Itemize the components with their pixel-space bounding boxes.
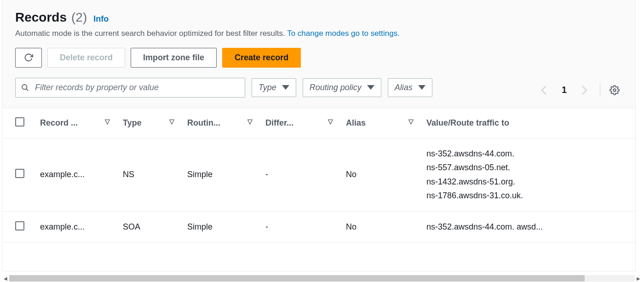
records-table: Record ... ▽ Type ▽ Routin... ▽ (2, 108, 635, 243)
settings-link[interactable]: To change modes go to settings. (287, 29, 400, 38)
caret-down-icon (367, 85, 374, 90)
table-wrap: Record ... ▽ Type ▽ Routin... ▽ (2, 108, 635, 243)
next-page-button (579, 82, 591, 97)
scroll-left-arrow[interactable]: ◀ (2, 276, 9, 281)
header-zone: Records (2) Info Automatic mode is the c… (2, 0, 635, 108)
table-row: example.c...SOASimple-Nons-352.awsdns-44… (2, 211, 635, 242)
refresh-icon (24, 53, 33, 62)
cell-alias: No (340, 138, 421, 211)
toolbar: Delete record Import zone file Create re… (15, 48, 622, 68)
type-filter-dropdown[interactable]: Type (252, 78, 296, 97)
records-count: (2) (71, 10, 87, 25)
cell-alias: No (340, 211, 421, 242)
create-record-button[interactable]: Create record (222, 48, 301, 68)
cell-differentiator: - (260, 138, 340, 211)
page-number: 1 (559, 83, 569, 97)
settings-button[interactable] (600, 82, 622, 97)
row-checkbox[interactable] (15, 221, 24, 230)
column-header-differentiator[interactable]: Differ... ▽ (260, 108, 340, 138)
horizontal-scrollbar[interactable]: ◀ ▶ (2, 275, 642, 282)
refresh-button[interactable] (15, 48, 42, 68)
cell-value: ns-352.awsdns-44.com.ns-557.awsdns-05.ne… (421, 138, 635, 211)
cell-type: SOA (117, 211, 182, 242)
table-row: example.c...NSSimple-Nons-352.awsdns-44.… (2, 138, 635, 211)
caret-down-icon (418, 85, 426, 90)
alias-filter-label: Alias (395, 83, 413, 92)
routing-policy-filter-dropdown[interactable]: Routing policy (303, 78, 381, 97)
page-title: Records (15, 10, 67, 25)
alias-filter-dropdown[interactable]: Alias (388, 78, 432, 97)
import-zone-file-button[interactable]: Import zone file (131, 48, 217, 68)
select-all-header[interactable] (2, 108, 34, 138)
pagination: 1 (538, 78, 622, 97)
column-header-routing[interactable]: Routin... ▽ (182, 108, 260, 138)
cell-routing: Simple (182, 138, 260, 211)
column-header-type[interactable]: Type ▽ (117, 108, 182, 138)
cell-type: NS (117, 138, 182, 211)
cell-record-name: example.c... (34, 211, 117, 242)
svg-point-2 (613, 89, 616, 92)
routing-filter-label: Routing policy (310, 83, 362, 92)
gear-icon (610, 85, 620, 95)
column-header-alias[interactable]: Alias ▽ (340, 108, 421, 138)
subtitle-text: Automatic mode is the current search beh… (15, 29, 287, 38)
caret-down-icon (282, 85, 289, 90)
filter-input[interactable] (15, 78, 245, 98)
filter-row: Type Routing policy Alias 1 (15, 78, 622, 98)
search-icon (21, 83, 29, 92)
column-header-record-name[interactable]: Record ... ▽ (34, 108, 117, 138)
cell-record-name: example.c... (34, 138, 117, 211)
svg-line-1 (26, 89, 28, 91)
scroll-track[interactable] (9, 275, 635, 282)
prev-page-button (538, 82, 550, 97)
subtitle: Automatic mode is the current search beh… (15, 28, 622, 40)
column-header-value[interactable]: Value/Route traffic to (421, 108, 635, 138)
info-link[interactable]: Info (93, 14, 109, 24)
filter-input-wrap (15, 78, 245, 98)
scroll-right-arrow[interactable]: ▶ (635, 276, 642, 281)
cell-differentiator: - (260, 211, 340, 242)
delete-record-button: Delete record (47, 48, 125, 68)
cell-value: ns-352.awsdns-44.com. awsd... (421, 211, 635, 242)
row-checkbox[interactable] (15, 169, 24, 178)
select-all-checkbox[interactable] (15, 117, 24, 127)
type-filter-label: Type (259, 83, 276, 92)
cell-routing: Simple (182, 211, 260, 242)
